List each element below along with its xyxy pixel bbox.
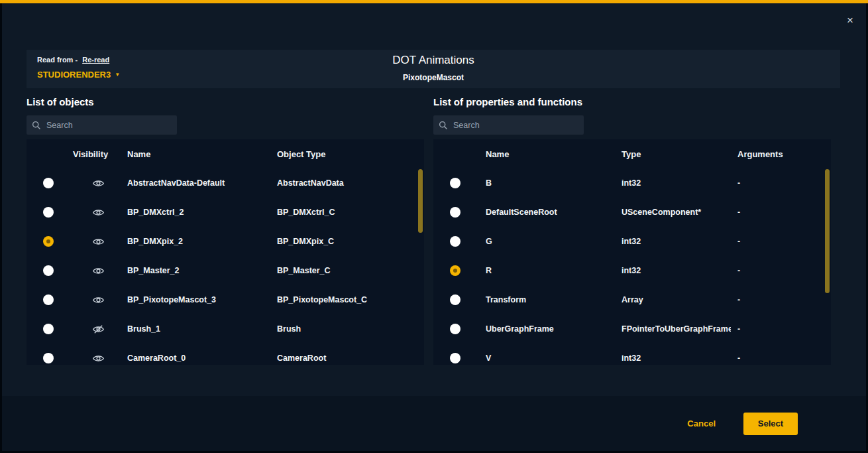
eye-icon[interactable] (93, 296, 104, 304)
radio-button[interactable] (43, 353, 54, 363)
table-row[interactable]: CameraRoot_0CameraRoot (27, 344, 424, 365)
radio-cell (433, 178, 477, 188)
properties-table: Name Type Arguments Bint32-DefaultSceneR… (433, 139, 831, 365)
visibility-cell (70, 237, 126, 246)
table-row[interactable]: Gint32- (433, 227, 831, 256)
radio-button[interactable] (43, 236, 54, 247)
eye-icon[interactable] (93, 208, 104, 217)
table-row[interactable]: BP_PixotopeMascot_3BP_PixotopeMascot_C (27, 285, 424, 314)
table-row[interactable]: Bint32- (433, 168, 831, 198)
radio-button[interactable] (43, 324, 54, 334)
object-type: Brush (276, 324, 424, 334)
property-arguments: - (731, 354, 831, 363)
radio-button[interactable] (450, 353, 461, 363)
object-name: BP_DMXpix_2 (126, 237, 276, 246)
table-row[interactable]: BP_DMXctrl_2BP_DMXctrl_C (27, 198, 424, 227)
eye-icon[interactable] (93, 237, 104, 246)
object-name: AbstractNavData-Default (126, 178, 276, 188)
properties-scrollbar-thumb[interactable] (825, 169, 830, 293)
column-header-type: Type (613, 149, 731, 159)
radio-cell (27, 324, 70, 334)
visibility-cell (70, 354, 126, 363)
property-arguments: - (731, 295, 831, 304)
table-row[interactable]: BP_DMXpix_2BP_DMXpix_C (27, 227, 424, 256)
reread-link[interactable]: Re-read (82, 56, 109, 64)
radio-button[interactable] (450, 294, 461, 305)
radio-button[interactable] (450, 236, 461, 247)
table-row[interactable]: UberGraphFrameFPointerToUberGraphFrame- (433, 314, 831, 344)
radio-button[interactable] (43, 178, 54, 188)
select-button[interactable]: Select (743, 413, 798, 435)
close-icon[interactable]: × (842, 13, 858, 29)
objects-table-body: AbstractNavData-DefaultAbstractNavDataBP… (27, 168, 424, 365)
properties-panel: List of properties and functions Name Ty… (433, 96, 831, 365)
dialog-title: DOT Animations (27, 54, 840, 67)
property-type: FPointerToUberGraphFrame (613, 324, 731, 334)
properties-table-body: Bint32-DefaultSceneRootUSceneComponent*-… (433, 168, 831, 365)
eye-off-icon[interactable] (93, 325, 104, 334)
objects-scrollbar-thumb[interactable] (418, 169, 423, 233)
radio-button[interactable] (43, 207, 54, 218)
property-type: int32 (613, 237, 731, 246)
property-name: Transform (477, 295, 613, 304)
table-row[interactable]: Brush_1Brush (27, 314, 424, 344)
read-from-label: Read from - (37, 56, 78, 64)
properties-panel-heading: List of properties and functions (433, 96, 831, 107)
object-type: BP_DMXctrl_C (276, 208, 424, 217)
header-center: DOT Animations PixotopeMascot (27, 54, 840, 82)
search-icon (32, 121, 41, 130)
visibility-cell (70, 296, 126, 304)
table-row[interactable]: BP_Master_2BP_Master_C (27, 256, 424, 285)
properties-search-box (433, 115, 584, 135)
column-header-arguments: Arguments (731, 149, 831, 159)
table-row[interactable]: Vint32- (433, 344, 831, 365)
column-header-name: Name (477, 149, 613, 159)
table-row[interactable]: DefaultSceneRootUSceneComponent*- (433, 198, 831, 227)
property-name: B (477, 178, 613, 188)
dialog: × Read from - Re-read STUDIORENDER3 ▼ DO… (2, 3, 866, 451)
radio-cell (27, 207, 70, 218)
read-from-row: Read from - Re-read (37, 56, 120, 64)
radio-button[interactable] (450, 178, 461, 188)
eye-icon[interactable] (93, 179, 104, 188)
property-name: R (477, 266, 613, 275)
object-name: Brush_1 (126, 324, 276, 334)
radio-button[interactable] (43, 265, 54, 276)
eye-icon[interactable] (93, 267, 104, 275)
column-header-name: Name (126, 149, 276, 159)
source-dropdown[interactable]: STUDIORENDER3 ▼ (37, 70, 120, 80)
objects-search-box (27, 115, 177, 135)
properties-table-header: Name Type Arguments (433, 139, 831, 168)
property-name: UberGraphFrame (477, 324, 613, 334)
radio-cell (27, 236, 70, 247)
visibility-cell (70, 325, 126, 334)
object-type: AbstractNavData (276, 178, 424, 188)
objects-table-header: Visibility Name Object Type (27, 139, 424, 168)
eye-icon[interactable] (93, 354, 104, 363)
radio-cell (27, 265, 70, 276)
radio-button[interactable] (43, 294, 54, 305)
footer-bar: Cancel Select (2, 396, 866, 451)
radio-cell (27, 294, 70, 305)
property-type: USceneComponent* (613, 208, 731, 217)
property-type: Array (613, 295, 731, 304)
object-type: BP_PixotopeMascot_C (276, 295, 424, 304)
table-row[interactable]: TransformArray- (433, 285, 831, 314)
radio-button[interactable] (450, 324, 461, 334)
property-name: G (477, 237, 613, 246)
property-type: int32 (613, 266, 731, 275)
object-type: CameraRoot (276, 354, 424, 363)
radio-cell (433, 353, 477, 363)
objects-search-input[interactable] (46, 121, 172, 130)
objects-panel-heading: List of objects (27, 96, 424, 107)
object-name: CameraRoot_0 (126, 354, 276, 363)
header-left: Read from - Re-read STUDIORENDER3 ▼ (37, 56, 120, 80)
radio-button[interactable] (450, 207, 461, 218)
radio-cell (433, 324, 477, 334)
cancel-button[interactable]: Cancel (687, 419, 716, 428)
radio-button[interactable] (450, 265, 461, 276)
table-row[interactable]: Rint32- (433, 256, 831, 285)
properties-search-input[interactable] (453, 121, 578, 130)
visibility-cell (70, 179, 126, 188)
table-row[interactable]: AbstractNavData-DefaultAbstractNavData (27, 168, 424, 198)
